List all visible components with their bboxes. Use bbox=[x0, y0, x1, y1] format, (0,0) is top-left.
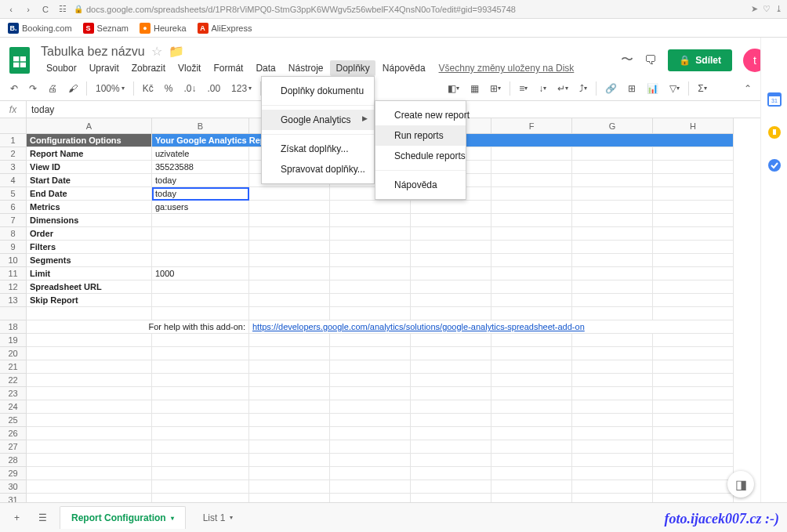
row-header-spacer[interactable] bbox=[0, 307, 27, 320]
cell-B3[interactable]: 35523588 bbox=[152, 161, 249, 174]
cell-H23[interactable] bbox=[653, 387, 734, 400]
cell-A27[interactable] bbox=[27, 440, 152, 454]
cell-B23[interactable] bbox=[152, 387, 249, 400]
halign-button[interactable]: ≡▾ bbox=[515, 80, 531, 97]
cell-F26[interactable] bbox=[491, 427, 572, 440]
apps-button[interactable]: ☷ bbox=[56, 3, 69, 16]
cell-E23[interactable] bbox=[411, 387, 491, 400]
cell-D11[interactable] bbox=[330, 267, 411, 280]
cell-C9[interactable] bbox=[249, 241, 330, 254]
cell-F23[interactable] bbox=[491, 387, 572, 400]
cell-D29[interactable] bbox=[330, 467, 411, 480]
cell-C30[interactable] bbox=[249, 480, 330, 494]
download-icon[interactable]: ⤓ bbox=[775, 4, 782, 14]
cell-C27[interactable] bbox=[249, 440, 330, 454]
cell-A29[interactable] bbox=[27, 467, 152, 480]
row-header-20[interactable]: 20 bbox=[0, 347, 27, 360]
keep-icon[interactable] bbox=[767, 125, 782, 139]
cell-C10[interactable] bbox=[249, 254, 330, 267]
row-header-5[interactable]: 5 bbox=[0, 187, 27, 201]
cell-H7[interactable] bbox=[653, 214, 734, 227]
row-header-29[interactable]: 29 bbox=[0, 467, 27, 480]
cell-C19[interactable] bbox=[249, 334, 330, 347]
cell-C28[interactable] bbox=[249, 454, 330, 467]
cell-C7[interactable] bbox=[249, 214, 330, 227]
cell-G10[interactable] bbox=[572, 254, 653, 267]
all-sheets-button[interactable]: ☰ bbox=[32, 509, 53, 527]
cell-B5[interactable]: today bbox=[152, 187, 249, 201]
functions-button[interactable]: Σ▾ bbox=[694, 80, 710, 97]
cell-C22[interactable] bbox=[249, 374, 330, 387]
cell-G23[interactable] bbox=[572, 387, 653, 400]
row-header-24[interactable]: 24 bbox=[0, 400, 27, 414]
cell-E7[interactable] bbox=[411, 214, 491, 227]
cell-B13[interactable] bbox=[152, 294, 249, 307]
link-button[interactable]: 🔗 bbox=[601, 80, 621, 97]
cell-H26[interactable] bbox=[653, 427, 734, 440]
cell-H13[interactable] bbox=[653, 294, 734, 307]
dec-decrease-button[interactable]: .0↓ bbox=[180, 80, 200, 97]
dec-increase-button[interactable]: .00 bbox=[203, 80, 224, 97]
submenu-help[interactable]: Nápověda bbox=[375, 175, 466, 195]
url-bar[interactable]: 🔒 docs.google.com/spreadsheets/d/1PR8rVi… bbox=[74, 5, 746, 14]
cell-B8[interactable] bbox=[152, 227, 249, 241]
cell-F22[interactable] bbox=[491, 374, 572, 387]
cell-E24[interactable] bbox=[411, 400, 491, 414]
cell-D12[interactable] bbox=[330, 280, 411, 294]
cell-F5[interactable] bbox=[491, 187, 572, 201]
cell-D27[interactable] bbox=[330, 440, 411, 454]
cell-C25[interactable] bbox=[249, 414, 330, 427]
row-header-2[interactable]: 2 bbox=[0, 147, 27, 161]
row-header-22[interactable]: 22 bbox=[0, 374, 27, 387]
paint-format-button[interactable]: 🖌 bbox=[64, 80, 82, 97]
row-header-26[interactable]: 26 bbox=[0, 427, 27, 440]
cell-B27[interactable] bbox=[152, 440, 249, 454]
cell-E10[interactable] bbox=[411, 254, 491, 267]
doc-title[interactable]: Tabulka bez názvu bbox=[41, 45, 145, 59]
calendar-icon[interactable]: 31 bbox=[767, 92, 782, 107]
cell-E6[interactable] bbox=[411, 201, 491, 214]
cell-help-label[interactable]: For help with this add-on: bbox=[27, 320, 249, 334]
submenu-schedule[interactable]: Schedule reports bbox=[375, 146, 466, 166]
cell-D9[interactable] bbox=[330, 241, 411, 254]
cell-F21[interactable] bbox=[491, 360, 572, 374]
cell-A26[interactable] bbox=[27, 427, 152, 440]
row-header-28[interactable]: 28 bbox=[0, 454, 27, 467]
cell-G8[interactable] bbox=[572, 227, 653, 241]
activity-icon[interactable]: 〜 bbox=[621, 52, 633, 68]
cell-D10[interactable] bbox=[330, 254, 411, 267]
cell-H27[interactable] bbox=[653, 440, 734, 454]
explore-button[interactable]: ◨ bbox=[727, 471, 754, 498]
cell-F24[interactable] bbox=[491, 400, 572, 414]
cell-E8[interactable] bbox=[411, 227, 491, 241]
cell-E19[interactable] bbox=[411, 334, 491, 347]
cell-E12[interactable] bbox=[411, 280, 491, 294]
cell-A23[interactable] bbox=[27, 387, 152, 400]
col-header-B[interactable]: B bbox=[152, 118, 249, 134]
cell-H2[interactable] bbox=[653, 147, 734, 161]
submenu-create-report[interactable]: Create new report bbox=[375, 105, 466, 125]
redo-button[interactable]: ↷ bbox=[25, 80, 41, 97]
menu-doplnky[interactable]: Doplňky bbox=[330, 60, 375, 76]
wrap-button[interactable]: ↵▾ bbox=[553, 80, 572, 97]
cell-C29[interactable] bbox=[249, 467, 330, 480]
cell-F2[interactable] bbox=[491, 147, 572, 161]
cell-H11[interactable] bbox=[653, 267, 734, 280]
cell-E30[interactable] bbox=[411, 480, 491, 494]
cell-F27[interactable] bbox=[491, 440, 572, 454]
percent-button[interactable]: % bbox=[161, 80, 177, 97]
cell-A8[interactable]: Order bbox=[27, 227, 152, 241]
cell-F6[interactable] bbox=[491, 201, 572, 214]
cell-D28[interactable] bbox=[330, 454, 411, 467]
col-header-H[interactable]: H bbox=[653, 118, 734, 134]
cell-D8[interactable] bbox=[330, 227, 411, 241]
menu-zobrazit[interactable]: Zobrazit bbox=[126, 60, 171, 76]
cell-G26[interactable] bbox=[572, 427, 653, 440]
row-header-30[interactable]: 30 bbox=[0, 480, 27, 494]
row-header-27[interactable]: 27 bbox=[0, 440, 27, 454]
menu-nastroje[interactable]: Nástroje bbox=[283, 60, 329, 76]
cell-C20[interactable] bbox=[249, 347, 330, 360]
cell-G22[interactable] bbox=[572, 374, 653, 387]
tab-report-configuration[interactable]: Report Configuration▾ bbox=[60, 506, 186, 529]
cell-H22[interactable] bbox=[653, 374, 734, 387]
